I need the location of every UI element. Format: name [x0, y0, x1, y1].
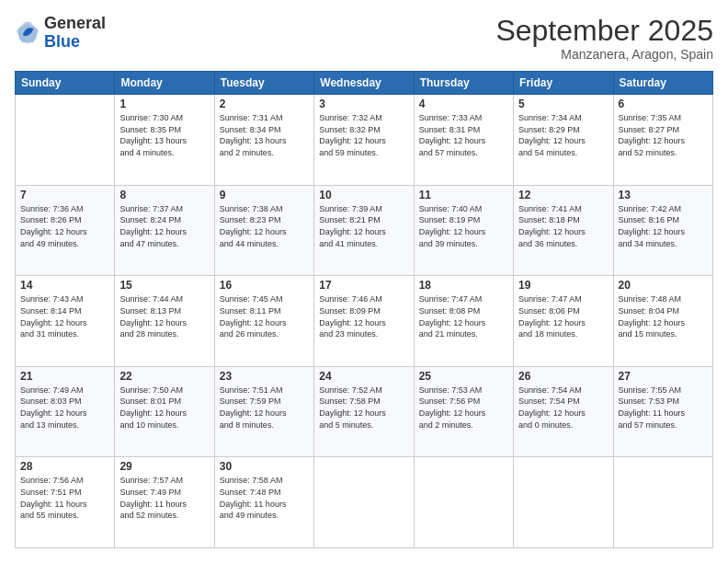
day-number: 16 — [220, 279, 309, 292]
day-cell — [16, 95, 115, 186]
logo-icon — [15, 20, 40, 46]
day-cell: 18Sunrise: 7:47 AM Sunset: 8:08 PM Dayli… — [414, 276, 513, 367]
day-info: Sunrise: 7:57 AM Sunset: 7:49 PM Dayligh… — [119, 475, 209, 521]
day-info: Sunrise: 7:36 AM Sunset: 8:26 PM Dayligh… — [20, 203, 109, 249]
day-info: Sunrise: 7:31 AM Sunset: 8:34 PM Dayligh… — [220, 112, 309, 158]
title-block: September 2025 Manzanera, Aragon, Spain — [495, 15, 713, 62]
day-number: 26 — [518, 370, 608, 383]
day-cell: 2Sunrise: 7:31 AM Sunset: 8:34 PM Daylig… — [214, 95, 313, 186]
day-info: Sunrise: 7:47 AM Sunset: 8:06 PM Dayligh… — [518, 293, 608, 339]
day-cell: 5Sunrise: 7:34 AM Sunset: 8:29 PM Daylig… — [514, 95, 613, 186]
weekday-header-tuesday: Tuesday — [214, 72, 313, 95]
day-cell: 10Sunrise: 7:39 AM Sunset: 8:21 PM Dayli… — [314, 185, 414, 276]
day-number: 25 — [419, 370, 508, 383]
day-info: Sunrise: 7:50 AM Sunset: 8:01 PM Dayligh… — [119, 385, 209, 431]
day-info: Sunrise: 7:51 AM Sunset: 7:59 PM Dayligh… — [220, 385, 309, 431]
day-cell: 11Sunrise: 7:40 AM Sunset: 8:19 PM Dayli… — [414, 185, 513, 276]
day-cell: 13Sunrise: 7:42 AM Sunset: 8:16 PM Dayli… — [613, 185, 712, 276]
day-info: Sunrise: 7:44 AM Sunset: 8:13 PM Dayligh… — [119, 293, 209, 339]
weekday-header-monday: Monday — [115, 72, 214, 95]
day-number: 11 — [419, 189, 508, 201]
page: General Blue September 2025 Manzanera, A… — [0, 0, 728, 563]
day-cell: 17Sunrise: 7:46 AM Sunset: 8:09 PM Dayli… — [314, 276, 414, 367]
day-cell: 12Sunrise: 7:41 AM Sunset: 8:18 PM Dayli… — [514, 185, 613, 276]
day-info: Sunrise: 7:41 AM Sunset: 8:18 PM Dayligh… — [518, 203, 608, 249]
day-cell: 14Sunrise: 7:43 AM Sunset: 8:14 PM Dayli… — [16, 276, 115, 367]
weekday-header-wednesday: Wednesday — [314, 72, 414, 95]
day-cell: 1Sunrise: 7:30 AM Sunset: 8:35 PM Daylig… — [115, 95, 214, 186]
day-number: 24 — [319, 370, 408, 383]
day-cell: 6Sunrise: 7:35 AM Sunset: 8:27 PM Daylig… — [613, 95, 712, 186]
day-cell: 7Sunrise: 7:36 AM Sunset: 8:26 PM Daylig… — [16, 185, 115, 276]
day-info: Sunrise: 7:45 AM Sunset: 8:11 PM Dayligh… — [220, 293, 309, 339]
day-info: Sunrise: 7:35 AM Sunset: 8:27 PM Dayligh… — [619, 112, 708, 158]
day-number: 2 — [220, 98, 309, 110]
day-info: Sunrise: 7:39 AM Sunset: 8:21 PM Dayligh… — [319, 203, 408, 249]
day-cell: 20Sunrise: 7:48 AM Sunset: 8:04 PM Dayli… — [613, 276, 712, 367]
day-info: Sunrise: 7:37 AM Sunset: 8:24 PM Dayligh… — [119, 203, 209, 249]
day-cell: 29Sunrise: 7:57 AM Sunset: 7:49 PM Dayli… — [115, 457, 214, 548]
day-cell — [314, 457, 414, 548]
day-number: 4 — [419, 98, 508, 110]
day-number: 17 — [319, 279, 408, 292]
day-info: Sunrise: 7:54 AM Sunset: 7:54 PM Dayligh… — [518, 385, 608, 431]
day-number: 28 — [20, 460, 109, 473]
day-info: Sunrise: 7:30 AM Sunset: 8:35 PM Dayligh… — [119, 112, 209, 158]
day-cell: 21Sunrise: 7:49 AM Sunset: 8:03 PM Dayli… — [16, 366, 115, 457]
location: Manzanera, Aragon, Spain — [495, 47, 713, 62]
weekday-header-saturday: Saturday — [613, 72, 712, 95]
day-cell — [514, 457, 613, 548]
day-info: Sunrise: 7:43 AM Sunset: 8:14 PM Dayligh… — [20, 293, 109, 339]
week-row-1: 1Sunrise: 7:30 AM Sunset: 8:35 PM Daylig… — [16, 95, 713, 186]
day-cell: 3Sunrise: 7:32 AM Sunset: 8:32 PM Daylig… — [314, 95, 414, 186]
day-info: Sunrise: 7:52 AM Sunset: 7:58 PM Dayligh… — [319, 385, 408, 431]
day-number: 6 — [619, 98, 708, 110]
month-title: September 2025 — [495, 15, 713, 47]
logo-text: General Blue — [44, 15, 106, 52]
day-info: Sunrise: 7:40 AM Sunset: 8:19 PM Dayligh… — [419, 203, 508, 249]
calendar-table: SundayMondayTuesdayWednesdayThursdayFrid… — [15, 71, 713, 548]
day-number: 19 — [518, 279, 608, 292]
day-number: 7 — [20, 189, 109, 201]
week-row-4: 21Sunrise: 7:49 AM Sunset: 8:03 PM Dayli… — [16, 366, 713, 457]
day-cell: 19Sunrise: 7:47 AM Sunset: 8:06 PM Dayli… — [514, 276, 613, 367]
day-cell: 16Sunrise: 7:45 AM Sunset: 8:11 PM Dayli… — [214, 276, 313, 367]
day-number: 29 — [119, 460, 209, 473]
weekday-header-friday: Friday — [514, 72, 613, 95]
day-info: Sunrise: 7:38 AM Sunset: 8:23 PM Dayligh… — [220, 203, 309, 249]
day-number: 21 — [20, 370, 109, 383]
day-info: Sunrise: 7:56 AM Sunset: 7:51 PM Dayligh… — [20, 475, 109, 521]
day-number: 10 — [319, 189, 408, 201]
day-info: Sunrise: 7:49 AM Sunset: 8:03 PM Dayligh… — [20, 385, 109, 431]
day-cell: 4Sunrise: 7:33 AM Sunset: 8:31 PM Daylig… — [414, 95, 513, 186]
day-cell: 9Sunrise: 7:38 AM Sunset: 8:23 PM Daylig… — [214, 185, 313, 276]
day-number: 18 — [419, 279, 508, 292]
day-info: Sunrise: 7:48 AM Sunset: 8:04 PM Dayligh… — [619, 293, 708, 339]
day-number: 1 — [119, 98, 209, 110]
day-number: 20 — [619, 279, 708, 292]
day-number: 12 — [518, 189, 608, 201]
day-cell: 23Sunrise: 7:51 AM Sunset: 7:59 PM Dayli… — [214, 366, 313, 457]
day-info: Sunrise: 7:47 AM Sunset: 8:08 PM Dayligh… — [419, 293, 508, 339]
day-cell: 15Sunrise: 7:44 AM Sunset: 8:13 PM Dayli… — [115, 276, 214, 367]
day-cell: 22Sunrise: 7:50 AM Sunset: 8:01 PM Dayli… — [115, 366, 214, 457]
day-cell: 24Sunrise: 7:52 AM Sunset: 7:58 PM Dayli… — [314, 366, 414, 457]
day-cell: 27Sunrise: 7:55 AM Sunset: 7:53 PM Dayli… — [613, 366, 712, 457]
day-number: 5 — [518, 98, 608, 110]
day-info: Sunrise: 7:33 AM Sunset: 8:31 PM Dayligh… — [419, 112, 508, 158]
day-number: 30 — [220, 460, 309, 473]
week-row-3: 14Sunrise: 7:43 AM Sunset: 8:14 PM Dayli… — [16, 276, 713, 367]
day-number: 13 — [619, 189, 708, 201]
day-cell: 25Sunrise: 7:53 AM Sunset: 7:56 PM Dayli… — [414, 366, 513, 457]
day-info: Sunrise: 7:55 AM Sunset: 7:53 PM Dayligh… — [619, 385, 708, 431]
header: General Blue September 2025 Manzanera, A… — [15, 15, 713, 62]
day-cell: 26Sunrise: 7:54 AM Sunset: 7:54 PM Dayli… — [514, 366, 613, 457]
day-number: 14 — [20, 279, 109, 292]
day-number: 22 — [119, 370, 209, 383]
day-info: Sunrise: 7:58 AM Sunset: 7:48 PM Dayligh… — [220, 475, 309, 521]
day-cell — [613, 457, 712, 548]
day-info: Sunrise: 7:42 AM Sunset: 8:16 PM Dayligh… — [619, 203, 708, 249]
weekday-header-thursday: Thursday — [414, 72, 513, 95]
weekday-header-row: SundayMondayTuesdayWednesdayThursdayFrid… — [16, 72, 713, 95]
weekday-header-sunday: Sunday — [16, 72, 115, 95]
